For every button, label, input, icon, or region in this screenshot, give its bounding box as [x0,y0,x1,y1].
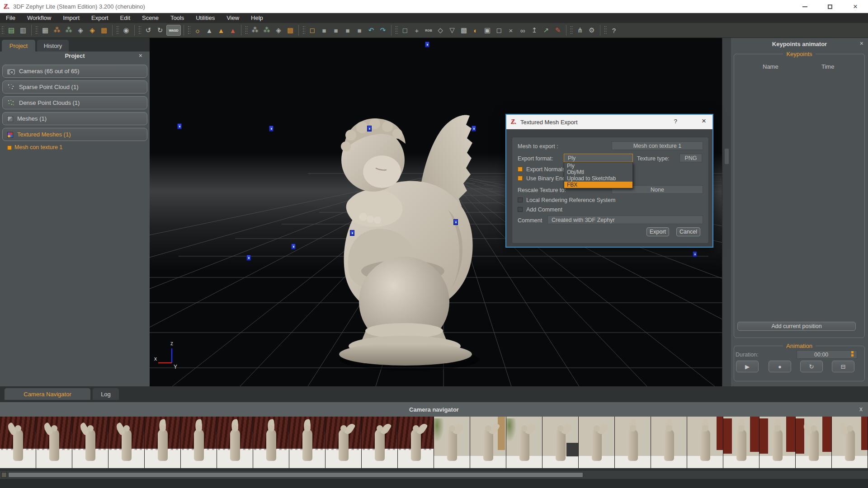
project-close-icon[interactable]: × [139,52,142,59]
tree-item-camera[interactable]: Cameras (65 out of 65) [2,65,147,78]
camera-thumbnail[interactable] [651,417,687,468]
selection-tool-4-icon[interactable]: ■ [354,25,365,36]
export-format-combo[interactable]: Ply [564,154,633,162]
rgb-filter-icon[interactable]: RGB [423,25,434,36]
dialog-titlebar[interactable]: Z. Textured Mesh Export ? × [506,115,712,129]
duration-spinner[interactable] [849,351,855,358]
dropdown-option-fbx[interactable]: FBX [564,182,632,188]
scrollbar-button[interactable] [1,472,7,478]
camera-thumbnail[interactable] [760,417,796,468]
options-gear-icon[interactable]: ⚙ [586,25,597,36]
maximize-icon[interactable] [817,0,843,13]
lasso-tool-icon[interactable]: ∞ [517,25,528,36]
menu-file[interactable]: File [0,13,21,23]
camera-thumbnail[interactable] [687,417,723,468]
camera-thumbnail[interactable] [181,417,217,468]
camera-thumbnail[interactable] [289,417,326,468]
orthophoto-icon[interactable]: ▩ [99,25,109,36]
tree-item-meshtex[interactable]: Textured Meshes (1) [2,128,147,141]
selection-tool-2-icon[interactable]: ■ [330,25,341,36]
close-icon[interactable]: × [843,0,868,13]
camera-thumbnail[interactable] [470,417,506,468]
menu-view[interactable]: View [221,13,245,23]
menu-utilities[interactable]: Utilities [190,13,221,23]
loop-button[interactable]: ↻ [800,361,823,372]
comment-input[interactable]: Created with 3DF Zephyr [547,216,703,224]
play-button[interactable]: ▶ [736,361,759,372]
dialog-close-icon[interactable]: × [702,117,706,125]
select-by-color-icon[interactable]: ◻ [400,25,410,36]
camera-thumbnail[interactable] [217,417,253,468]
keypoints-close-icon[interactable]: × [860,40,863,47]
use-binary-encoding-checkbox[interactable] [518,176,523,181]
textured-mesh-icon[interactable]: ◈ [87,25,98,36]
turntable-rotation-icon[interactable]: ↻ [155,25,165,36]
menu-help[interactable]: Help [245,13,269,23]
dropdown-option-obj-mtl[interactable]: Obj/Mtl [564,169,632,175]
import-pictures-icon[interactable]: ▦ [40,25,51,36]
show-textured-mesh-icon[interactable]: ▩ [285,25,296,36]
dropdown-option-ply[interactable]: Ply [564,163,632,169]
dense-point-cloud-icon[interactable]: ⁂ [63,25,74,36]
selection-rectangle-icon[interactable]: ◻ [307,25,318,36]
camera-thumbnail[interactable] [579,417,615,468]
camera-thumbnail[interactable] [832,417,868,468]
camera-thumbnail[interactable] [434,417,470,468]
redo-icon[interactable]: ↷ [377,25,388,36]
settings-wrench-icon[interactable]: ⋔ [575,25,585,36]
extract-mesh-icon[interactable]: ◈ [75,25,86,36]
add-current-position-button[interactable]: Add current position [737,322,856,331]
duration-input[interactable]: 00:00 [797,350,857,359]
camera-thumbnail[interactable] [615,417,651,468]
export-normals-checkbox[interactable] [518,167,523,172]
camera-thumbnail[interactable] [145,417,181,468]
menu-scene[interactable]: Scene [136,13,165,23]
move-selection-icon[interactable]: + [411,25,422,36]
select-circle-icon[interactable]: ◇ [435,25,446,36]
show-dense-points-icon[interactable]: ⁂ [261,25,272,36]
panel-splitter[interactable] [722,38,731,386]
camera-cone-neutral-icon[interactable]: ▲ [204,25,215,36]
bounding-box-icon[interactable]: ▣ [482,25,493,36]
menu-tools[interactable]: Tools [165,13,190,23]
navigator-close-icon[interactable]: x [859,406,863,412]
add-comment-checkbox[interactable] [518,207,523,212]
cancel-button[interactable]: Cancel [676,227,700,236]
tree-child-mesh-con-texture[interactable]: Mesh con texture 1 [14,144,62,150]
camera-thumbnail[interactable] [108,417,145,468]
save-project-icon[interactable]: ▥ [18,25,28,36]
camera-cone-reset-icon[interactable]: ▲ [227,25,238,36]
menu-edit[interactable]: Edit [114,13,136,23]
menu-import[interactable]: Import [57,13,85,23]
camera-thumbnail[interactable] [398,417,434,468]
wasd-navigation-icon[interactable]: WASD [166,25,181,36]
rotate-view-left-icon[interactable]: ↺ [143,25,154,36]
delete-selection-icon[interactable]: × [505,25,516,36]
pick-point-icon[interactable]: ↥ [529,25,540,36]
camera-thumbnail[interactable] [0,417,36,468]
dialog-help-icon[interactable]: ? [674,118,677,125]
fit-plane-icon[interactable]: ↗ [541,25,552,36]
texture-type-value[interactable]: PNG [679,154,702,162]
menu-export[interactable]: Export [85,13,114,23]
camera-thumbnail[interactable] [723,417,760,468]
minimize-icon[interactable] [792,0,817,13]
help-icon[interactable]: ? [609,25,619,36]
export-button[interactable]: Export [646,227,669,236]
tab-history[interactable]: History [37,40,69,52]
menu-workflow[interactable]: Workflow [21,13,57,23]
tree-item-sparse[interactable]: Sparse Point Cloud (1) [2,80,147,94]
camera-thumbnail[interactable] [796,417,832,468]
mask-tool-icon[interactable]: ◐ [470,25,481,36]
camera-thumbnail[interactable] [506,417,542,468]
render-video-button[interactable]: ⊟ [832,361,854,372]
camera-thumbnail[interactable] [542,417,579,468]
tab-camera-navigator[interactable]: Camera Navigator [5,388,90,400]
select-triangle-icon[interactable]: ▽ [447,25,458,36]
paint-edit-icon[interactable]: ✎ [552,25,563,36]
lighting-icon[interactable]: ☼ [192,25,203,36]
tab-project[interactable]: Project [2,40,35,52]
camera-thumbnail[interactable] [253,417,289,468]
viewport-snapshot-icon[interactable]: ◉ [121,25,132,36]
camera-thumbnail[interactable] [362,417,398,468]
